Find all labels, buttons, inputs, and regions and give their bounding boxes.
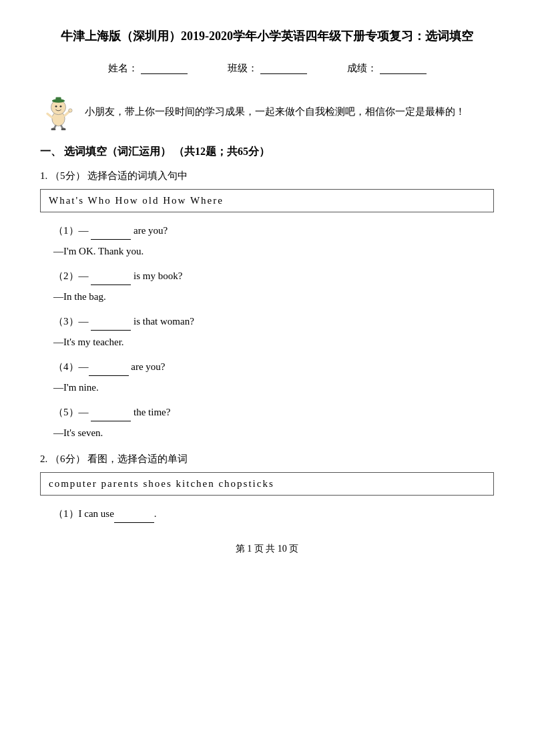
sub-q2-1: （1）I can use.	[53, 505, 494, 523]
sub-q1-5: （5）— the time?	[53, 403, 494, 421]
question-1-header: 1. （5分） 选择合适的词填入句中	[40, 170, 494, 182]
sub-q1-4-blank[interactable]	[89, 365, 129, 376]
sub-q1-4: （4）— are you?	[53, 358, 494, 376]
sub-q2-1-suffix: .	[154, 508, 157, 519]
section1-title: 一、 选词填空（词汇运用） （共12题；共65分）	[40, 145, 494, 159]
sub-q1-3-response: —It's my teacher.	[53, 333, 494, 351]
sub-q1-4-prefix: （4）—	[53, 361, 89, 372]
sub-q1-1-suffix: are you?	[131, 225, 168, 236]
sub-q1-5-suffix: the time?	[131, 407, 170, 417]
mascot-row: 小朋友，带上你一段时间的学习成果，一起来做个自我检测吧，相信你一定是最棒的！	[40, 93, 494, 130]
sub-q1-1-prefix: （1）—	[53, 225, 91, 236]
mascot-icon	[40, 93, 77, 130]
class-label: 班级：	[228, 62, 258, 75]
sub-q1-1-blank[interactable]	[91, 229, 131, 240]
sub-q1-4-suffix: are you?	[129, 361, 166, 372]
page-title: 牛津上海版（深圳用）2019-2020学年小学英语四年级下册专项复习：选词填空	[40, 27, 494, 46]
sub-q2-1-prefix: （1）I can use	[53, 508, 114, 519]
question-2: 2. （6分） 看图，选择合适的单词 computer parents shoe…	[40, 453, 494, 523]
sub-q1-5-prefix: （5）—	[53, 407, 91, 417]
info-row: 姓名： 班级： 成绩：	[40, 62, 494, 75]
question-1-number: 1.	[40, 170, 47, 181]
sub-q1-3-suffix: is that woman?	[131, 316, 194, 327]
sub-q1-3-blank[interactable]	[91, 320, 131, 331]
score-label: 成绩：	[347, 62, 377, 75]
question-2-score: （6分）	[50, 453, 85, 464]
svg-point-5	[60, 106, 62, 108]
score-field: 成绩：	[347, 62, 427, 75]
class-field: 班级：	[228, 62, 307, 75]
class-underline	[260, 62, 307, 74]
sub-q1-3-prefix: （3）—	[53, 316, 91, 327]
question-2-number: 2.	[40, 453, 47, 464]
sub-q1-3: （3）— is that woman?	[53, 313, 494, 331]
question-1-word-box: What's Who How old How Where	[40, 189, 494, 212]
sub-q1-5-response: —It's seven.	[53, 424, 494, 442]
question-1-score: （5分）	[50, 170, 85, 181]
svg-line-6	[47, 114, 52, 118]
sub-q1-2-blank[interactable]	[91, 274, 131, 285]
score-underline	[380, 62, 427, 74]
sub-q1-2-prefix: （2）—	[53, 270, 91, 281]
sub-q1-4-response: —I'm nine.	[53, 379, 494, 397]
question-2-word-box: computer parents shoes kitchen chopstick…	[40, 472, 494, 496]
svg-point-4	[55, 106, 57, 108]
sub-q2-1-blank[interactable]	[114, 512, 154, 523]
sub-q1-5-blank[interactable]	[91, 411, 131, 421]
page-footer: 第 1 页 共 10 页	[40, 543, 494, 555]
sub-q1-2-suffix: is my book?	[131, 270, 182, 281]
question-1-instruction: 选择合适的词填入句中	[87, 170, 188, 181]
svg-rect-3	[55, 97, 61, 102]
sub-q1-2: （2）— is my book?	[53, 267, 494, 285]
svg-point-8	[69, 108, 73, 112]
sub-q1-1: （1）— are you?	[53, 222, 494, 240]
mascot-text: 小朋友，带上你一段时间的学习成果，一起来做个自我检测吧，相信你一定是最棒的！	[85, 106, 465, 118]
name-field: 姓名：	[108, 62, 188, 75]
sub-q1-2-response: —In the bag.	[53, 288, 494, 306]
question-2-header: 2. （6分） 看图，选择合适的单词	[40, 453, 494, 465]
question-1: 1. （5分） 选择合适的词填入句中 What's Who How old Ho…	[40, 170, 494, 442]
name-underline	[141, 62, 188, 74]
name-label: 姓名：	[108, 62, 138, 75]
question-2-instruction: 看图，选择合适的单词	[87, 453, 188, 464]
sub-q1-1-response: —I'm OK. Thank you.	[53, 242, 494, 260]
